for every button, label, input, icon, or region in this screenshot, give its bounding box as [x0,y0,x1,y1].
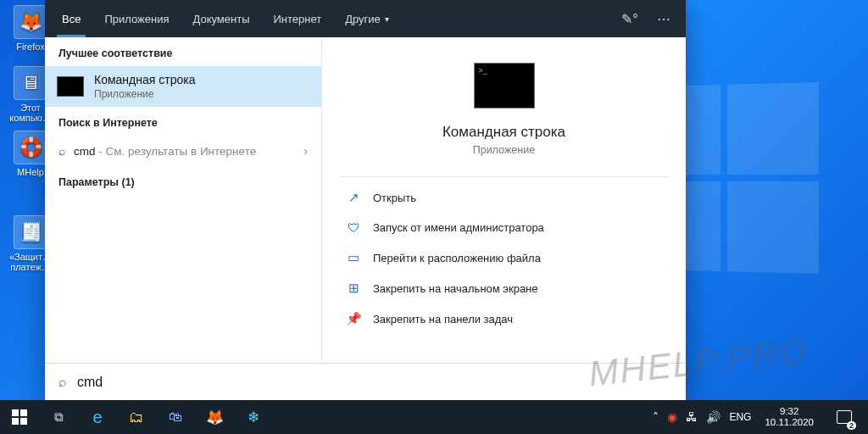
taskbar-store[interactable]: 🛍 [156,400,195,434]
tab-documents[interactable]: Документы [181,0,261,37]
firefox-icon: 🦊 [14,5,47,39]
taskbar-explorer[interactable]: 🗂 [117,400,156,434]
taskbar-edge[interactable]: e [78,400,117,434]
start-search-panel: Все Приложения Документы Интернет Другие… [45,0,686,400]
best-match-subtitle: Приложение [94,88,195,100]
action-open-location[interactable]: ▭Перейти к расположению файла [322,242,686,273]
pin-start-icon: ⊞ [346,281,361,296]
taskbar: ⧉ e 🗂 🛍 🦊 ❄ ˄ ◉ 🖧 🔊 ENG 9:32 10.11.2020 … [0,400,868,434]
action-label: Закрепить на начальном экране [373,282,538,295]
tray-network-icon[interactable]: 🖧 [686,410,698,424]
monitor-icon: 🖥 [14,66,47,100]
search-icon: ⌕ [58,375,67,390]
preview-subtitle: Приложение [322,144,686,156]
notification-count: 2 [847,421,856,430]
tray-date: 10.11.2020 [765,417,814,428]
action-pin-start[interactable]: ⊞Закрепить на начальном экране [322,273,686,303]
action-label: Запуск от имени администратора [373,221,544,234]
best-match-header: Лучшее соответствие [45,37,321,66]
best-match-item[interactable]: Командная строка Приложение [45,66,321,107]
folder-icon: ▭ [346,250,361,265]
help-icon: 🛟 [14,131,47,164]
web-search-item[interactable]: ⌕ cmd - См. результаты в Интернете › [45,136,321,166]
taskbar-firefox[interactable]: 🦊 [195,400,234,434]
action-label: Закрепить на панели задач [373,313,513,326]
system-tray: ˄ ◉ 🖧 🔊 ENG 9:32 10.11.2020 2 [646,400,868,434]
search-icon: ⌕ [58,144,65,158]
action-open[interactable]: ↗Открыть [322,182,686,213]
search-bar[interactable]: ⌕ [45,363,686,400]
open-icon: ↗ [346,190,361,205]
task-view-button[interactable]: ⧉ [39,400,78,434]
document-icon: 🧾 [14,215,47,249]
best-match-title: Командная строка [94,73,195,86]
action-center-button[interactable]: 2 [827,400,861,434]
tray-clock[interactable]: 9:32 10.11.2020 [760,406,819,428]
result-preview: Командная строка Приложение ↗Открыть 🛡За… [322,37,686,363]
tab-more[interactable]: Другие [333,0,401,37]
shield-icon: 🛡 [346,220,361,235]
web-search-header: Поиск в Интернете [45,107,321,136]
tray-time: 9:32 [765,406,814,417]
start-button[interactable] [0,400,39,434]
search-input[interactable] [77,375,672,390]
action-pin-taskbar[interactable]: 📌Закрепить на панели задач [322,303,686,334]
cmd-icon [57,76,84,97]
action-label: Перейти к расположению файла [373,252,541,264]
taskbar-app[interactable]: ❄ [234,400,273,434]
settings-header[interactable]: Параметры (1) [45,166,321,195]
tab-all[interactable]: Все [50,0,92,37]
chevron-right-icon[interactable]: › [303,144,308,158]
preview-title: Командная строка [322,124,686,141]
windows-logo-icon [12,409,27,425]
divider [339,176,669,177]
preview-actions: ↗Открыть 🛡Запуск от имени администратора… [322,179,686,337]
tray-volume-icon[interactable]: 🔊 [706,410,721,424]
tab-web[interactable]: Интернет [261,0,333,37]
web-search-text: cmd - См. результаты в Интернете [74,145,295,158]
tray-language[interactable]: ENG [729,411,751,423]
tab-apps[interactable]: Приложения [92,0,181,37]
action-run-admin[interactable]: 🛡Запуск от имени администратора [322,213,686,242]
results-list: Лучшее соответствие Командная строка При… [45,37,322,363]
feedback-icon[interactable]: ✎° [613,0,647,37]
tray-chevron-up-icon[interactable]: ˄ [653,410,659,424]
action-label: Открыть [373,192,416,204]
tray-security-icon[interactable]: ◉ [667,410,677,424]
pin-taskbar-icon: 📌 [346,311,361,326]
search-tabs: Все Приложения Документы Интернет Другие… [45,0,686,37]
more-options-icon[interactable]: ⋯ [647,0,681,37]
preview-cmd-icon [474,63,535,108]
